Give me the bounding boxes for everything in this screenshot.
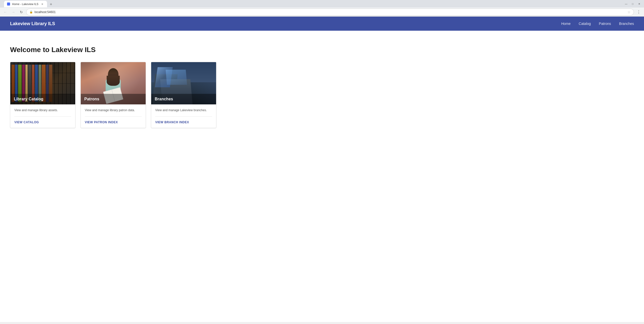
forward-button[interactable]: → [10,9,17,15]
catalog-divider [14,116,71,117]
nav-item-patrons: Patrons [599,21,611,26]
refresh-button[interactable]: ↻ [18,9,25,15]
branches-description: View and manage Lakeview branches. [155,108,212,112]
browser-tab-active[interactable]: Home - Lakeview ILS ✕ [4,1,47,7]
patrons-card-overlay: Patrons [81,94,146,104]
page-title: Welcome to Lakeview ILS [10,46,634,54]
app-content: Lakeview Library ILS Home Catalog Patron… [0,17,644,324]
browser-toolbar: ← → ↻ 🔒 localhost:54601 ☆ ⋮ [0,8,644,17]
view-catalog-link[interactable]: VIEW CATALOG [14,120,39,124]
catalog-card: Library Catalog View and manage library … [10,62,75,128]
navbar: Lakeview Library ILS Home Catalog Patron… [0,17,644,31]
branches-overlay-title: Branches [155,97,173,101]
catalog-overlay-title: Library Catalog [14,97,43,101]
branches-card-image: Branches [151,62,216,104]
tab-close-button[interactable]: ✕ [41,2,44,6]
window-controls: — □ ✕ [623,1,642,7]
patrons-card-image: Patrons [81,62,146,104]
bookmark-icon[interactable]: ☆ [627,10,631,14]
tab-favicon-icon [7,3,10,6]
nav-link-home[interactable]: Home [561,22,571,26]
branches-card: Branches View and manage Lakeview branch… [151,62,216,128]
maximize-button[interactable]: □ [630,1,635,7]
secure-icon: 🔒 [29,10,33,14]
nav-link-patrons[interactable]: Patrons [599,22,611,26]
patrons-card: Patrons View and manage library patron d… [80,62,146,128]
nav-item-catalog: Catalog [579,21,591,26]
page-footer-area [0,322,644,324]
nav-item-home: Home [561,21,571,26]
branches-card-overlay: Branches [151,94,216,104]
cards-grid: Library Catalog View and manage library … [10,62,634,128]
browser-chrome: Home - Lakeview ILS ✕ + — □ ✕ ← → ↻ 🔒 lo… [0,0,644,17]
view-branch-index-link[interactable]: VIEW BRANCH INDEX [155,120,189,124]
back-button[interactable]: ← [2,9,9,15]
catalog-description: View and manage library assets. [14,108,71,112]
branches-card-body: View and manage Lakeview branches. VIEW … [151,104,216,128]
catalog-card-body: View and manage library assets. VIEW CAT… [10,104,75,128]
close-window-button[interactable]: ✕ [636,1,642,7]
branches-divider [155,116,212,117]
minimize-button[interactable]: — [623,1,629,7]
main-content: Welcome to Lakeview ILS [0,31,644,322]
new-tab-button[interactable]: + [48,1,54,7]
nav-item-branches: Branches [619,21,634,26]
person-hair [108,68,118,81]
address-bar[interactable]: 🔒 localhost:54601 ☆ [26,9,634,16]
patrons-divider [85,116,142,117]
navbar-nav: Home Catalog Patrons Branches [561,21,634,26]
glass-panel-2 [166,70,187,85]
catalog-card-overlay: Library Catalog [10,94,75,104]
nav-link-branches[interactable]: Branches [619,22,634,26]
patrons-overlay-title: Patrons [84,97,99,101]
patrons-card-body: View and manage library patron data. VIE… [81,104,146,128]
view-patron-index-link[interactable]: VIEW PATRON INDEX [85,120,118,124]
nav-link-catalog[interactable]: Catalog [579,22,591,26]
catalog-card-image: Library Catalog [10,62,75,104]
address-text: localhost:54601 [34,10,626,14]
patrons-description: View and manage library patron data. [85,108,142,112]
tab-title: Home - Lakeview ILS [12,3,38,6]
navbar-brand[interactable]: Lakeview Library ILS [10,21,55,26]
browser-titlebar: Home - Lakeview ILS ✕ + — □ ✕ [0,0,644,8]
tab-bar: Home - Lakeview ILS ✕ + [2,0,622,7]
browser-menu-button[interactable]: ⋮ [635,9,642,15]
